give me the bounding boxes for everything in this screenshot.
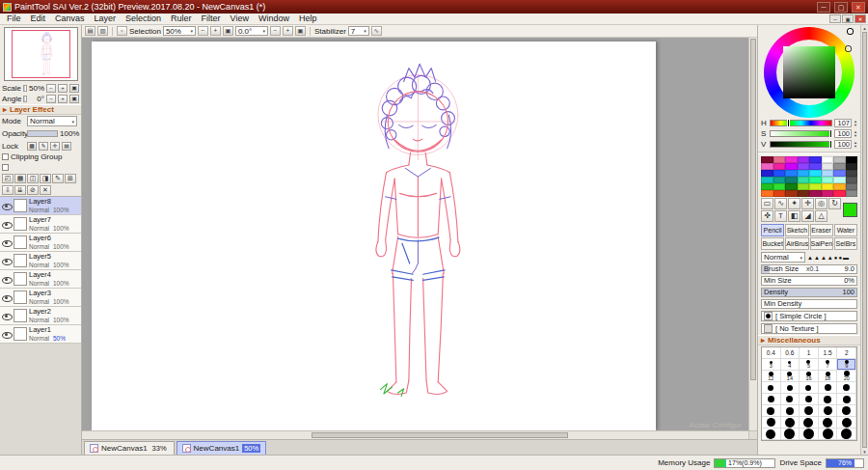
menu-item-layer[interactable]: Layer	[90, 14, 122, 24]
horizontal-scrollbar[interactable]	[82, 430, 757, 439]
select-lasso-icon[interactable]: ∿	[774, 198, 787, 209]
eyedropper-tool-icon[interactable]: ◢	[801, 210, 814, 222]
hue-value[interactable]: 107	[834, 119, 852, 127]
current-color-swatch[interactable]	[843, 203, 857, 217]
tool-pencil[interactable]: Pencil	[761, 224, 784, 236]
brush-size-500[interactable]	[762, 429, 781, 440]
color-swatch[interactable]	[761, 170, 773, 177]
clipping-group-checkbox[interactable]	[2, 153, 9, 160]
zoom-reset-button[interactable]: ▣	[223, 26, 233, 36]
close-button[interactable]: ✕	[852, 2, 865, 13]
brush-size-1000[interactable]	[837, 429, 856, 440]
brush-size-3[interactable]: 3	[762, 359, 781, 371]
spinner-icons[interactable]: ▲▼	[854, 141, 857, 149]
brush-size-50[interactable]	[762, 394, 781, 405]
menu-item-help[interactable]: Help	[294, 14, 322, 24]
min-size-slider[interactable]: Min Size 0%	[761, 276, 857, 286]
brush-tip-shapes[interactable]: ▲▲▲▲●●▬	[807, 255, 850, 261]
layer-row[interactable]: Layer5Normal100%	[0, 252, 81, 270]
scroll-up-icon[interactable]: ▴	[863, 25, 866, 31]
canvas-viewport[interactable]: Acase Configur	[82, 38, 757, 430]
brush-size-100[interactable]	[762, 405, 781, 417]
brush-size-600[interactable]	[781, 429, 800, 440]
color-swatch[interactable]	[809, 156, 822, 163]
layer-row[interactable]: Layer7Normal100%	[0, 215, 81, 234]
brush-size-170[interactable]	[819, 405, 838, 417]
right-panel-scrollbar[interactable]: ▴ ▾	[860, 25, 868, 455]
move-tool-icon[interactable]: ✛	[801, 198, 814, 209]
tab-newcanvas1-50[interactable]: NewCanvas1 50%	[176, 441, 267, 455]
stabilizer-combo[interactable]: 7 ▾	[348, 26, 369, 36]
minimize-button[interactable]: ─	[817, 2, 830, 13]
color-swatch[interactable]	[773, 163, 786, 170]
menu-item-view[interactable]: View	[226, 14, 254, 24]
color-swatch[interactable]	[785, 183, 798, 190]
horizontal-scrollbar-thumb[interactable]	[312, 432, 568, 438]
hue-slider[interactable]	[770, 120, 832, 126]
color-swatch[interactable]	[822, 177, 834, 183]
paint-effect-icon[interactable]: ✎	[52, 174, 64, 183]
brush-size-0.6[interactable]: 0.6	[781, 347, 800, 359]
hand-tool-icon[interactable]: ✜	[761, 210, 773, 222]
brush-size-0.4[interactable]: 0.4	[762, 347, 781, 359]
color-swatch[interactable]	[773, 190, 786, 197]
menu-item-ruler[interactable]: Ruler	[166, 14, 197, 24]
open-file-icon[interactable]: ▥	[97, 26, 108, 36]
color-swatch[interactable]	[833, 163, 846, 170]
color-swatch[interactable]	[798, 177, 810, 183]
delete-layer-icon[interactable]: ✕	[40, 185, 51, 195]
menu-item-file[interactable]: File	[2, 14, 26, 24]
rotate-cw-button[interactable]: +	[283, 26, 293, 36]
new-folder-icon[interactable]: ▦	[14, 174, 26, 183]
color-swatch[interactable]	[785, 170, 798, 177]
scale-minus-button[interactable]: −	[46, 84, 56, 93]
brush-size-7[interactable]: 7	[819, 359, 838, 371]
brush-size-200[interactable]	[837, 405, 856, 417]
color-swatch[interactable]	[798, 183, 810, 190]
color-swatch[interactable]	[773, 156, 786, 163]
color-swatch[interactable]	[785, 177, 798, 183]
color-swatch[interactable]	[822, 183, 834, 190]
magic-wand-icon[interactable]: ✦	[788, 198, 800, 209]
color-swatch[interactable]	[773, 177, 786, 183]
brush-size-450[interactable]	[837, 417, 856, 429]
duplicate-layer-icon[interactable]: ◫	[27, 174, 39, 183]
layer-row[interactable]: Layer4Normal100%	[0, 270, 81, 289]
brush-size-18[interactable]: 18	[819, 371, 838, 382]
brush-texture-select[interactable]: [ No Texture ]	[761, 323, 857, 334]
layer-visibility-icon[interactable]	[2, 220, 12, 229]
value-value[interactable]: 100	[834, 140, 852, 149]
menu-item-edit[interactable]: Edit	[26, 14, 51, 24]
brush-size-150[interactable]	[800, 405, 819, 417]
saturation-value[interactable]: 100	[834, 129, 852, 138]
tab-newcanvas1-33[interactable]: NewCanvas1 33%	[84, 441, 175, 455]
brush-size-80[interactable]	[819, 394, 838, 405]
brush-size-70[interactable]	[800, 394, 819, 405]
selection-cursor-icon[interactable]: ▫	[117, 26, 127, 36]
selection-source-checkbox[interactable]	[2, 164, 9, 171]
brush-size-20[interactable]: 20	[837, 371, 856, 382]
brush-size-12[interactable]: 12	[762, 371, 781, 382]
density-slider[interactable]: Density 100	[761, 288, 857, 297]
color-swatch[interactable]	[822, 156, 834, 163]
mdi-close-button[interactable]: ✕	[854, 14, 866, 23]
layer-visibility-icon[interactable]	[2, 312, 12, 320]
layer-visibility-icon[interactable]	[2, 293, 12, 302]
color-swatch[interactable]	[785, 163, 798, 170]
scroll-down-icon[interactable]: ▾	[863, 449, 866, 455]
color-swatch[interactable]	[785, 190, 798, 197]
brush-size-4[interactable]: 4	[781, 359, 800, 371]
brush-size-25[interactable]	[762, 382, 781, 394]
layer-mask-icon[interactable]: ◨	[40, 174, 51, 183]
lock-move-icon[interactable]: ✛	[50, 142, 60, 151]
color-swatch[interactable]	[822, 190, 834, 197]
color-swatch[interactable]	[761, 156, 773, 163]
spinner-icons[interactable]: ▲▼	[854, 120, 857, 127]
zoom-in-button[interactable]: +	[210, 26, 221, 36]
lock-pencil-icon[interactable]: ✎	[39, 142, 48, 151]
spinner-icons[interactable]: ▲▼	[854, 130, 857, 138]
color-swatch[interactable]	[846, 177, 858, 183]
saturation-value-square[interactable]	[783, 46, 835, 98]
color-swatch[interactable]	[809, 177, 822, 183]
brush-size-45[interactable]	[837, 382, 856, 394]
